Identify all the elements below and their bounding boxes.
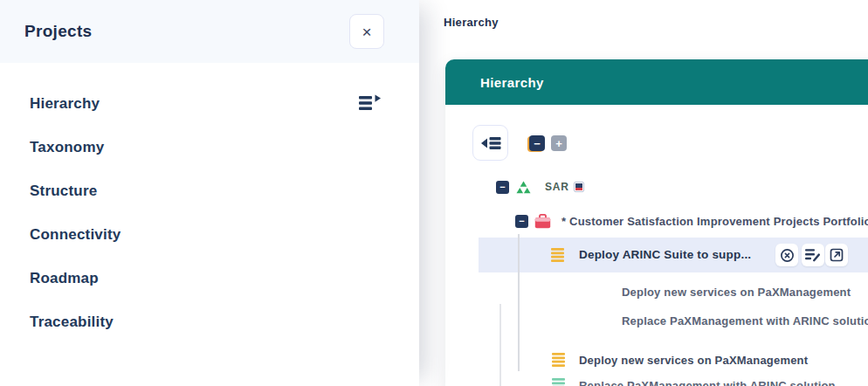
tree-node-sar[interactable]: − SAR [496, 178, 584, 196]
main-content: Hierarchy Hierarchy − + [419, 0, 868, 386]
sidebar-item-label: Hierarchy [30, 95, 100, 113]
reference-flag-icon [574, 182, 584, 192]
projects-drawer: Projects × Hierarchy Taxonomy Structure … [0, 0, 419, 386]
sidebar-item-label: Roadmap [30, 270, 99, 287]
project-list-icon-teal [552, 378, 565, 386]
list-forward-icon[interactable] [359, 93, 382, 113]
collapse-toggle-icon[interactable]: − [515, 215, 528, 228]
deselect-button[interactable] [775, 244, 798, 266]
sidebar-item-label: Traceability [30, 314, 114, 331]
plus-icon: + [555, 138, 562, 149]
page-title: Projects [0, 22, 92, 41]
hierarchy-card: Hierarchy − + [445, 59, 868, 386]
node-label: * Customer Satisfaction Improvement Proj… [561, 215, 868, 228]
sidebar-item-structure[interactable]: Structure [0, 169, 419, 213]
close-button[interactable]: × [349, 14, 384, 49]
sidebar-item-label: Taxonomy [30, 139, 104, 156]
node-label: Replace PaXManagement with ARINC solutio… [622, 314, 868, 327]
minus-icon: − [534, 138, 541, 149]
sidebar-item-label: Structure [30, 183, 97, 200]
project-list-icon [551, 248, 564, 262]
collapse-toggle-icon[interactable]: − [496, 181, 509, 194]
sidebar-item-traceability[interactable]: Traceability [0, 300, 419, 344]
tree-node-portfolio[interactable]: − * Customer Satisfaction Improvement Pr… [515, 211, 868, 231]
sidebar-item-connectivity[interactable]: Connectivity [0, 213, 419, 257]
expand-all-button[interactable]: + [551, 135, 567, 151]
circle-x-icon [780, 248, 795, 263]
minus-glyph: − [499, 183, 505, 192]
sidebar-item-taxonomy[interactable]: Taxonomy [0, 126, 419, 169]
edit-node-button[interactable] [802, 244, 824, 266]
hierarchy-node-icon [516, 181, 531, 194]
open-node-button[interactable] [825, 244, 848, 266]
collapse-tree-icon [480, 134, 501, 152]
node-label: Deploy new services on PaXManagement [579, 354, 808, 367]
tree-node-child[interactable]: Deploy new services on PaXManagement [622, 284, 851, 300]
tree-node-leaf[interactable]: Deploy new services on PaXManagement [552, 351, 808, 369]
drawer-menu: Hierarchy Taxonomy Structure Connectivit… [0, 82, 419, 344]
collapse-all-button[interactable]: − [529, 135, 545, 151]
drawer-header: Projects × [0, 0, 419, 63]
tree-node-leaf[interactable]: Replace PaXManagement with ARINC solutio… [552, 376, 836, 386]
portfolio-briefcase-icon [534, 214, 551, 229]
close-icon: × [362, 24, 371, 40]
collapse-tree-button[interactable] [472, 125, 508, 161]
sidebar-item-roadmap[interactable]: Roadmap [0, 257, 419, 300]
edit-list-icon [805, 248, 821, 262]
project-list-icon [552, 353, 565, 367]
node-label: Replace PaXManagement with ARINC solutio… [579, 379, 836, 386]
card-header: Hierarchy [445, 59, 868, 105]
open-external-icon [830, 248, 844, 262]
node-label: Deploy ARINC Suite to supp... [579, 248, 751, 261]
tree-node-selected[interactable]: Deploy ARINC Suite to supp... [479, 238, 868, 272]
breadcrumb: Hierarchy [444, 16, 499, 29]
sidebar-item-label: Connectivity [30, 226, 121, 244]
card-title: Hierarchy [480, 75, 544, 90]
node-label: SAR [545, 181, 569, 193]
node-label: Deploy new services on PaXManagement [622, 286, 851, 299]
sidebar-item-hierarchy[interactable]: Hierarchy [0, 82, 419, 126]
tree-node-child[interactable]: Replace PaXManagement with ARINC solutio… [622, 313, 868, 328]
tree-guide-line [499, 304, 501, 386]
tree-guide-line [518, 234, 520, 371]
minus-glyph: − [519, 217, 524, 226]
card-body: − + − SAR [445, 105, 868, 386]
